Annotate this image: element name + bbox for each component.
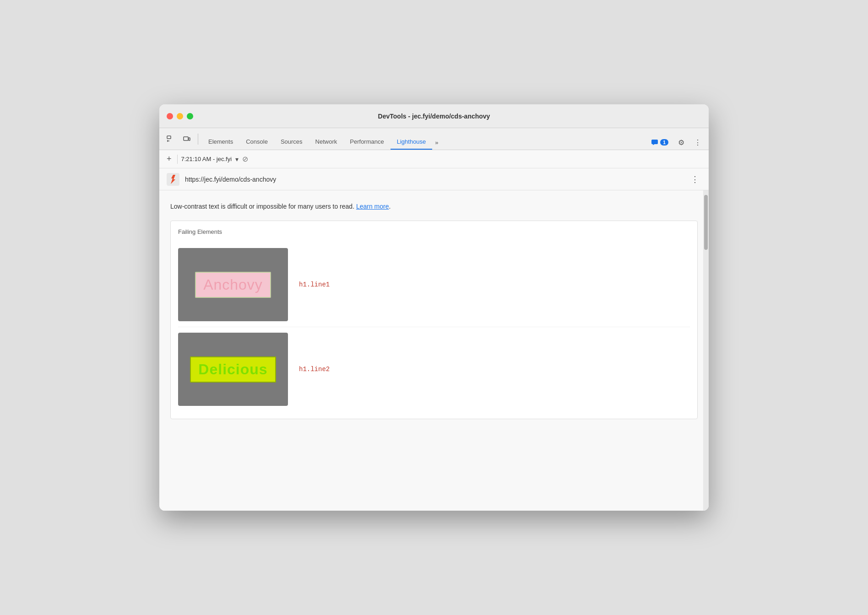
devtools-toolbar: Elements Console Sources Network Perform… bbox=[159, 128, 709, 150]
tab-network[interactable]: Network bbox=[309, 135, 344, 150]
breadcrumb-separator bbox=[177, 155, 178, 164]
more-icon: ⋮ bbox=[694, 138, 701, 147]
description-part1: Low-contrast text is difficult or imposs… bbox=[170, 203, 354, 210]
tab-lighthouse[interactable]: Lighthouse bbox=[391, 135, 433, 150]
window-controls bbox=[167, 113, 193, 119]
failing-elements-box: Failing Elements Anchovy h1.line1 Delici… bbox=[170, 221, 698, 419]
title-bar: DevTools - jec.fyi/demo/cds-anchovy bbox=[159, 104, 709, 128]
tab-console[interactable]: Console bbox=[239, 135, 274, 150]
description-end: . bbox=[389, 203, 391, 210]
tabs-right-area: 1 ⚙ ⋮ bbox=[647, 135, 705, 150]
table-row: Delicious h1.line2 bbox=[178, 327, 690, 411]
settings-icon: ⚙ bbox=[678, 138, 684, 147]
element-selector-1: h1.line1 bbox=[299, 281, 330, 288]
inspect-element-button[interactable] bbox=[163, 132, 178, 146]
lighthouse-header: https://jec.fyi/demo/cds-anchovy ⋮ bbox=[159, 168, 709, 190]
device-icon bbox=[183, 135, 190, 143]
tab-performance[interactable]: Performance bbox=[343, 135, 390, 150]
minimize-button[interactable] bbox=[177, 113, 183, 119]
toolbar-separator-1 bbox=[198, 134, 198, 145]
breadcrumb-timestamp: 7:21:10 AM - jec.fyi bbox=[181, 156, 232, 162]
add-tab-button[interactable]: + bbox=[165, 154, 174, 164]
svg-rect-1 bbox=[184, 137, 188, 140]
main-content: Low-contrast text is difficult or imposs… bbox=[159, 190, 709, 511]
anchovy-preview-text: Anchovy bbox=[195, 272, 271, 298]
breadcrumb-dropdown-button[interactable]: ▾ bbox=[235, 156, 239, 163]
tab-sources[interactable]: Sources bbox=[274, 135, 309, 150]
scrollbar[interactable] bbox=[703, 190, 709, 511]
svg-rect-3 bbox=[651, 140, 658, 144]
tab-elements[interactable]: Elements bbox=[202, 135, 239, 150]
settings-button[interactable]: ⚙ bbox=[674, 135, 689, 150]
element-selector-2: h1.line2 bbox=[299, 366, 330, 373]
description-text: Low-contrast text is difficult or imposs… bbox=[170, 201, 698, 211]
breadcrumb-bar: + 7:21:10 AM - jec.fyi ▾ ⊘ bbox=[159, 150, 709, 168]
page-url: https://jec.fyi/demo/cds-anchovy bbox=[185, 176, 689, 183]
inspect-icon bbox=[167, 135, 174, 143]
thumbnail-delicious: Delicious bbox=[178, 333, 288, 406]
lighthouse-menu-button[interactable]: ⋮ bbox=[689, 173, 701, 186]
chat-icon bbox=[651, 139, 658, 146]
svg-rect-2 bbox=[189, 138, 190, 140]
device-toggle-button[interactable] bbox=[179, 132, 194, 146]
devtools-tabs: Elements Console Sources Network Perform… bbox=[202, 128, 705, 150]
failing-elements-header: Failing Elements bbox=[178, 228, 690, 235]
notification-badge: 1 bbox=[660, 139, 668, 146]
svg-rect-0 bbox=[167, 136, 171, 139]
more-options-button[interactable]: ⋮ bbox=[690, 135, 705, 150]
thumbnail-anchovy: Anchovy bbox=[178, 248, 288, 321]
devtools-window: DevTools - jec.fyi/demo/cds-anchovy Elem… bbox=[159, 104, 709, 511]
learn-more-link[interactable]: Learn more bbox=[356, 203, 389, 210]
scrollbar-thumb[interactable] bbox=[704, 195, 708, 250]
delicious-preview-text: Delicious bbox=[190, 356, 276, 383]
notifications-button[interactable]: 1 bbox=[647, 137, 672, 148]
close-button[interactable] bbox=[167, 113, 173, 119]
lighthouse-logo-icon bbox=[167, 173, 179, 186]
table-row: Anchovy h1.line1 bbox=[178, 243, 690, 327]
window-title: DevTools - jec.fyi/demo/cds-anchovy bbox=[378, 113, 490, 120]
tabs-overflow-button[interactable]: » bbox=[432, 135, 441, 150]
maximize-button[interactable] bbox=[187, 113, 193, 119]
block-icon[interactable]: ⊘ bbox=[242, 155, 251, 164]
